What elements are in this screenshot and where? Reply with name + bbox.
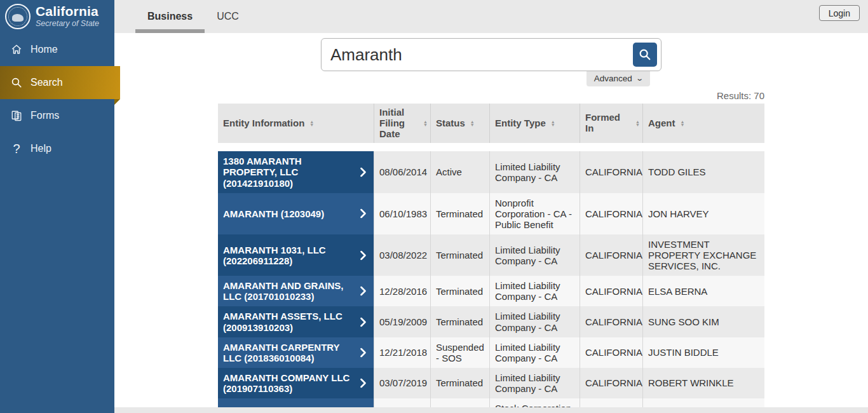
tab-business[interactable]: Business	[135, 0, 205, 33]
cell-entity-type: Limited Liability Company - CA	[489, 234, 580, 276]
results-section: Results: 70 Entity Information▲▼Initial …	[218, 86, 764, 413]
cell-text: Limited Liability Company - CA	[495, 245, 576, 266]
entity-link[interactable]: AMARANTH (1203049)	[218, 193, 374, 234]
cell-formed-in: CALIFORNIA	[580, 276, 642, 306]
table-row: AMARANTH 1031, LLC (202206911228)03/08/2…	[218, 234, 764, 276]
sidebar-item-search[interactable]: Search	[0, 66, 120, 99]
entity-link[interactable]: AMARANTH COMPANY LLC (201907110363)	[218, 368, 374, 398]
cell-text: CALIFORNIA	[585, 347, 642, 358]
search-box	[321, 38, 661, 71]
entity-link[interactable]: AMARANTH CARPENTRY LLC (201836010084)	[218, 337, 374, 368]
column-header-label: Initial Filing Date	[379, 107, 418, 139]
horizontal-scrollbar-track[interactable]	[114, 407, 868, 413]
advanced-search-button[interactable]: Advanced ⌄	[587, 70, 650, 86]
sort-icon: ▲▼	[423, 120, 428, 126]
cell-formed-in: CALIFORNIA	[580, 337, 642, 368]
entity-link[interactable]: 1380 AMARANTH PROPERTY, LLC (20142191018…	[218, 151, 374, 193]
column-header-agent[interactable]: Agent▲▼	[642, 104, 764, 143]
sort-icon: ▲▼	[470, 120, 475, 126]
cell-text: 12/21/2018	[379, 347, 427, 358]
page: California Secretary of State Home Searc…	[0, 0, 868, 413]
table-header-row: Entity Information▲▼Initial Filing Date▲…	[218, 104, 764, 143]
cell-entity-type: Nonprofit Corporation - CA - Public Bene…	[489, 193, 580, 234]
cell-text: Terminated	[436, 316, 483, 327]
cell-text: 1380 AMARANTH PROPERTY, LLC (20142191018…	[223, 156, 355, 188]
cell-formed-in: CALIFORNIA	[580, 306, 642, 337]
sidebar-item-home[interactable]: Home	[0, 33, 114, 66]
entity-link[interactable]: AMARANTH ASSETS, LLC (200913910203)	[218, 306, 374, 337]
brand: California Secretary of State	[0, 0, 114, 33]
entity-link[interactable]: AMARANTH AND GRAINS, LLC (201701010233)	[218, 276, 374, 306]
table-body: 1380 AMARANTH PROPERTY, LLC (20142191018…	[218, 151, 764, 413]
magnifier-icon	[638, 48, 652, 62]
cell-entity-type: Limited Liability Company - CA	[489, 368, 580, 398]
table-row: AMARANTH COMPANY LLC (201907110363)03/07…	[218, 368, 764, 398]
forms-icon	[10, 110, 24, 121]
cell-text: Limited Liability Company - CA	[495, 311, 576, 332]
login-button[interactable]: Login	[819, 5, 860, 21]
cell-text: Limited Liability Company - CA	[495, 161, 576, 183]
search-icon	[10, 77, 24, 88]
cell-text: ROBERT WRINKLE	[648, 377, 733, 388]
cell-agent: JUSTIN BIDDLE	[642, 337, 764, 368]
cell-status: Terminated	[430, 368, 489, 398]
home-icon	[10, 44, 24, 55]
results-count: Results: 70	[218, 90, 764, 101]
topbar: Business UCC Login	[114, 0, 868, 33]
search-section: Advanced ⌄	[321, 38, 661, 86]
chevron-right-icon	[360, 168, 366, 177]
cell-entity-type: Limited Liability Company - CA	[489, 151, 580, 193]
sidebar-nav: Home Search Forms ? Help	[0, 33, 114, 165]
cell-entity-type: Limited Liability Company - CA	[489, 276, 580, 306]
column-header-entity-information[interactable]: Entity Information▲▼	[218, 104, 374, 143]
cell-text: INVESTMENT PROPERTY EXCHANGE SERVICES, I…	[648, 239, 761, 271]
cell-text: 03/07/2019	[379, 377, 427, 388]
sidebar: California Secretary of State Home Searc…	[0, 0, 114, 413]
sort-icon: ▲▼	[551, 120, 555, 126]
cell-text: AMARANTH 1031, LLC (202206911228)	[223, 245, 355, 266]
cell-text: AMARANTH AND GRAINS, LLC (201701010233)	[223, 280, 355, 302]
chevron-down-icon: ⌄	[635, 74, 644, 83]
cell-text: AMARANTH COMPANY LLC (201907110363)	[223, 372, 355, 394]
table-row: AMARANTH (1203049)06/10/1983TerminatedNo…	[218, 193, 764, 234]
sidebar-item-help[interactable]: ? Help	[0, 132, 114, 165]
sidebar-item-forms[interactable]: Forms	[0, 99, 114, 132]
cell-text: TODD GILES	[648, 166, 706, 177]
sort-icon: ▲▼	[635, 120, 640, 126]
column-header-status[interactable]: Status▲▼	[430, 104, 489, 143]
cell-status: Terminated	[430, 193, 489, 234]
cell-filing-date: 12/21/2018	[374, 337, 430, 368]
search-input[interactable]	[322, 45, 661, 65]
cell-agent: TODD GILES	[642, 151, 764, 193]
cell-text: 12/28/2016	[379, 286, 427, 297]
california-state-seal-icon	[5, 4, 31, 29]
sort-icon: ▲▼	[309, 120, 314, 126]
cell-text: CALIFORNIA	[585, 286, 642, 297]
main-area: Business UCC Login Advanced ⌄ Results: 7…	[114, 0, 868, 413]
sort-icon: ▲▼	[681, 120, 685, 126]
search-submit-button[interactable]	[633, 43, 657, 67]
brand-name: California	[36, 4, 99, 18]
column-header-initial-filing-date[interactable]: Initial Filing Date▲▼	[374, 104, 430, 143]
chevron-right-icon	[360, 378, 366, 388]
cell-filing-date: 05/19/2009	[374, 306, 430, 337]
chevron-right-icon	[360, 209, 366, 219]
cell-status: Terminated	[430, 276, 489, 306]
table-row: 1380 AMARANTH PROPERTY, LLC (20142191018…	[218, 151, 764, 193]
cell-filing-date: 08/06/2014	[374, 151, 430, 193]
cell-text: Limited Liability Company - CA	[495, 372, 576, 394]
cell-status: Terminated	[430, 306, 489, 337]
entity-link[interactable]: AMARANTH 1031, LLC (202206911228)	[218, 234, 374, 276]
cell-filing-date: 06/10/1983	[374, 193, 430, 234]
cell-text: AMARANTH ASSETS, LLC (200913910203)	[223, 311, 355, 332]
cell-formed-in: CALIFORNIA	[580, 368, 642, 398]
column-header-formed-in[interactable]: Formed In▲▼	[580, 104, 642, 143]
cell-text: Nonprofit Corporation - CA - Public Bene…	[495, 198, 576, 230]
cell-text: AMARANTH CARPENTRY LLC (201836010084)	[223, 342, 355, 363]
tab-ucc[interactable]: UCC	[205, 0, 251, 33]
column-header-entity-type[interactable]: Entity Type▲▼	[489, 104, 580, 143]
cell-filing-date: 03/07/2019	[374, 368, 430, 398]
cell-formed-in: CALIFORNIA	[580, 234, 642, 276]
cell-agent: JON HARVEY	[642, 193, 764, 234]
cell-text: Terminated	[436, 208, 483, 219]
